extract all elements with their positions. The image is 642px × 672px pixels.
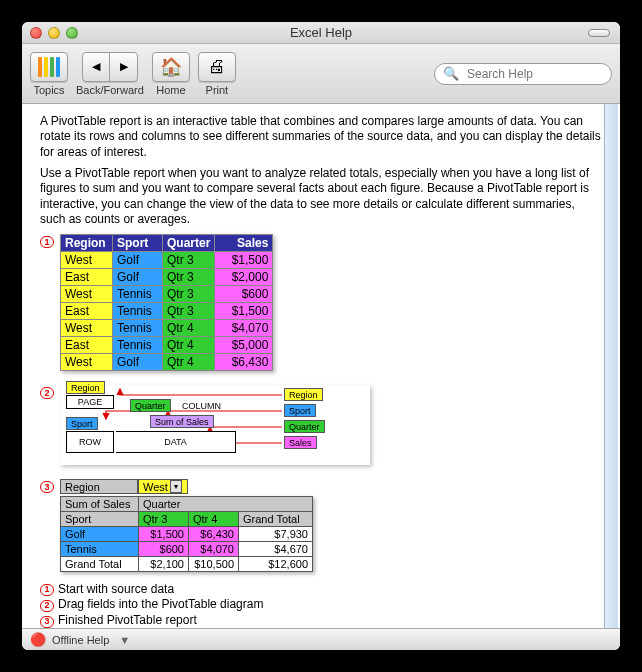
topics-button[interactable] — [30, 52, 68, 82]
home-label: Home — [156, 84, 185, 96]
pivot-page-value: West▾ — [138, 479, 188, 494]
pivot-layout-diagram: Region PAGE Quarter COLUMN Sum of Sales … — [60, 385, 370, 465]
search-icon: 🔍 — [443, 66, 459, 81]
pivot-row-field: Sport — [61, 511, 139, 526]
table-row: WestGolfQtr 4$6,430 — [61, 353, 273, 370]
row-zone: ROW — [66, 431, 114, 453]
close-icon[interactable] — [30, 27, 42, 39]
status-dropdown-icon[interactable]: ▼ — [119, 634, 130, 646]
pivot-col-field: Quarter — [139, 496, 313, 511]
data-zone: DATA — [116, 431, 236, 453]
section-source-data: 1 Region Sport Quarter Sales WestGolfQtr… — [40, 234, 602, 371]
home-button[interactable]: 🏠 — [152, 52, 190, 82]
table-row: WestTennisQtr 3$600 — [61, 285, 273, 302]
window-title: Excel Help — [22, 25, 620, 40]
step-badge-3: 3 — [40, 481, 54, 493]
offline-icon: 🔴 — [30, 632, 46, 647]
section-pivot-result: 3 Region West▾ Sum of Sales Quarter Spor… — [40, 479, 602, 572]
back-icon: ◀ — [92, 60, 100, 73]
header-sport: Sport — [113, 234, 163, 251]
data-field-chip: Sum of Sales — [150, 415, 214, 428]
row-field-chip: Sport — [66, 417, 98, 430]
topics-icon — [38, 57, 60, 77]
topics-label: Topics — [33, 84, 64, 96]
print-label: Print — [206, 84, 229, 96]
zoom-icon[interactable] — [66, 27, 78, 39]
minimize-icon[interactable] — [48, 27, 60, 39]
backforward-label: Back/Forward — [76, 84, 144, 96]
paragraph-2: Use a PivotTable report when you want to… — [40, 166, 602, 227]
back-forward-button: ◀ ▶ — [82, 52, 138, 82]
pivot-table: Sum of Sales Quarter Sport Qtr 3 Qtr 4 G… — [60, 496, 313, 572]
pivot-sum-label: Sum of Sales — [61, 496, 139, 511]
table-row: WestTennisQtr 4$4,070 — [61, 319, 273, 336]
header-quarter: Quarter — [163, 234, 215, 251]
scrollbar[interactable] — [604, 104, 618, 628]
printer-icon: 🖨 — [208, 56, 226, 77]
toolbar-lozenge-icon[interactable] — [588, 29, 610, 37]
table-row: EastGolfQtr 3$2,000 — [61, 268, 273, 285]
column-zone-label: COLUMN — [182, 401, 221, 411]
forward-icon: ▶ — [120, 60, 128, 73]
forward-button[interactable]: ▶ — [110, 53, 137, 81]
side-sport-chip: Sport — [284, 404, 316, 417]
pivot-row: Tennis $600 $4,070 $4,670 — [61, 541, 313, 556]
side-quarter-chip: Quarter — [284, 420, 325, 433]
pivot-total-row: Grand Total $2,100 $10,500 $12,600 — [61, 556, 313, 571]
legend-badge-3: 3 — [40, 616, 54, 628]
page-field-chip: Region — [66, 381, 105, 394]
status-bar: 🔴 Offline Help ▼ — [22, 628, 620, 650]
pivot-page-row: Region West▾ — [60, 479, 313, 494]
titlebar: Excel Help — [22, 22, 620, 44]
pivot-page-field: Region — [60, 479, 138, 494]
step-badge-1: 1 — [40, 236, 54, 248]
page-zone: PAGE — [66, 395, 114, 409]
side-sales-chip: Sales — [284, 436, 317, 449]
table-row: WestGolfQtr 3$1,500 — [61, 251, 273, 268]
toolbar: Topics ◀ ▶ Back/Forward 🏠 Home 🖨 Print 🔍 — [22, 44, 620, 104]
legend-text-2: Drag fields into the PivotTable diagram — [58, 597, 263, 613]
legend: 1Start with source data 2Drag fields int… — [40, 582, 602, 628]
table-row: EastTennisQtr 4$5,000 — [61, 336, 273, 353]
pivot-col-q3: Qtr 3 — [139, 511, 189, 526]
status-label: Offline Help — [52, 634, 109, 646]
back-button[interactable]: ◀ — [83, 53, 110, 81]
table-header-row: Region Sport Quarter Sales — [61, 234, 273, 251]
header-region: Region — [61, 234, 113, 251]
paragraph-1: A PivotTable report is an interactive ta… — [40, 114, 602, 160]
step-badge-2: 2 — [40, 387, 54, 399]
pivot-col-q4: Qtr 4 — [189, 511, 239, 526]
dropdown-icon[interactable]: ▾ — [170, 480, 182, 493]
search-field[interactable]: 🔍 — [434, 63, 612, 85]
source-table: Region Sport Quarter Sales WestGolfQtr 3… — [60, 234, 273, 371]
section-diagram: 2 Region PAGE Quarter COLUMN Sum of Sale… — [40, 385, 602, 465]
pivot-col-gt: Grand Total — [239, 511, 313, 526]
help-window: Excel Help Topics ◀ ▶ Back/Forward — [22, 22, 620, 650]
table-row: EastTennisQtr 3$1,500 — [61, 302, 273, 319]
search-input[interactable] — [465, 66, 603, 82]
legend-badge-1: 1 — [40, 584, 54, 596]
column-field-chip: Quarter — [130, 399, 171, 412]
pivot-row: Golf $1,500 $6,430 $7,930 — [61, 526, 313, 541]
legend-text-3: Finished PivotTable report — [58, 613, 197, 628]
legend-text-1: Start with source data — [58, 582, 174, 598]
legend-badge-2: 2 — [40, 600, 54, 612]
header-sales: Sales — [215, 234, 273, 251]
side-region-chip: Region — [284, 388, 323, 401]
print-button[interactable]: 🖨 — [198, 52, 236, 82]
home-icon: 🏠 — [160, 56, 182, 78]
content-area: A PivotTable report is an interactive ta… — [22, 104, 620, 628]
